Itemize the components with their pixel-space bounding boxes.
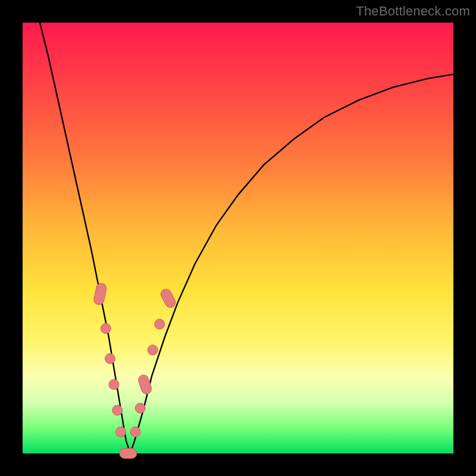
svg-rect-3 (159, 287, 177, 309)
marker-dot (112, 405, 123, 415)
plot-area (23, 23, 453, 453)
marker-capsule (120, 449, 137, 459)
marker-capsule (93, 283, 107, 306)
marker-dot (130, 427, 140, 437)
svg-rect-1 (120, 449, 137, 459)
marker-dot (148, 345, 158, 355)
marker-cluster (93, 283, 177, 459)
svg-rect-2 (137, 374, 153, 395)
marker-capsule (159, 287, 177, 309)
curve-path (40, 23, 453, 453)
chart-svg (23, 23, 453, 453)
marker-dot (109, 380, 119, 390)
chart-frame: TheBottleneck.com (0, 0, 476, 476)
svg-rect-0 (93, 283, 107, 306)
bottleneck-curve (40, 23, 453, 453)
marker-dot (135, 403, 145, 413)
marker-dot (101, 324, 111, 334)
marker-dot (105, 353, 115, 364)
marker-capsule (137, 374, 153, 395)
watermark-text: TheBottleneck.com (356, 4, 470, 19)
marker-dot (116, 427, 126, 437)
marker-dot (155, 319, 165, 329)
